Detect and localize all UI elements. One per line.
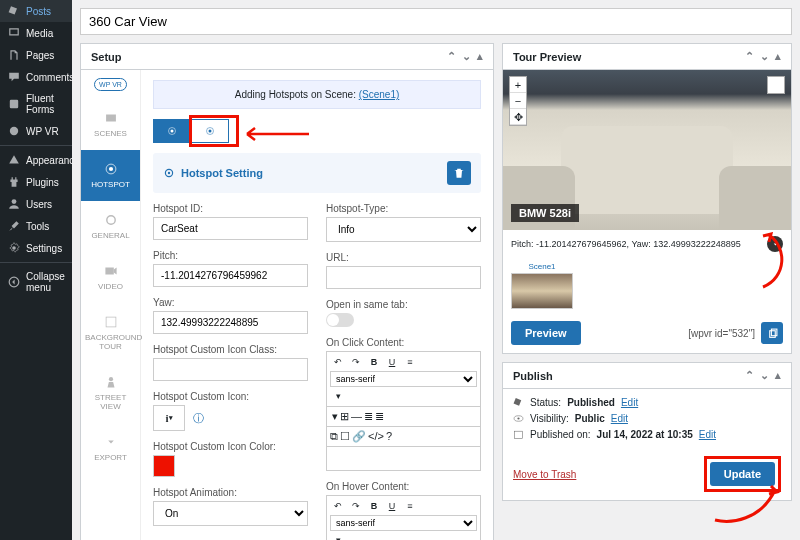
svg-point-21: [517, 417, 519, 419]
hotspot-id-input[interactable]: [153, 217, 308, 240]
setup-panel-title: Setup: [91, 51, 122, 63]
menu-tools[interactable]: Tools: [0, 215, 72, 237]
onclick-label: On Click Content:: [326, 337, 481, 348]
setup-tabs: WP VR Scenes Hotspot General Video Backg…: [81, 70, 141, 540]
animation-select[interactable]: On: [153, 501, 308, 526]
menu-collapse[interactable]: Collapse menu: [0, 266, 72, 298]
published-row: Published on: Jul 14, 2022 at 10:35 Edit: [513, 429, 781, 440]
panel-up-icon[interactable]: ⌃: [745, 50, 754, 63]
sametab-toggle[interactable]: [326, 313, 354, 327]
svg-point-6: [108, 167, 112, 171]
url-label: URL:: [326, 252, 481, 263]
menu-media[interactable]: Media: [0, 22, 72, 44]
edit-date-link[interactable]: Edit: [699, 429, 716, 440]
visibility-row: Visibility: Public Edit: [513, 413, 781, 424]
annotation-arrow-2: [757, 232, 795, 292]
svg-rect-10: [106, 317, 116, 327]
tab-scenes[interactable]: Scenes: [81, 99, 140, 150]
menu-pages[interactable]: Pages: [0, 44, 72, 66]
svg-point-2: [12, 199, 17, 204]
preview-panel: Tour Preview⌃⌄▴ +−✥ BMW 528i Pitch: -11.…: [502, 43, 792, 354]
icon-class-label: Hotspot Custom Icon Class:: [153, 344, 308, 355]
svg-point-8: [106, 216, 114, 224]
menu-users[interactable]: Users: [0, 193, 72, 215]
preview-caption: BMW 528i: [511, 204, 579, 222]
svg-point-3: [12, 246, 16, 250]
tab-export[interactable]: Export: [81, 423, 140, 474]
hotspot-tab-1[interactable]: [153, 119, 191, 143]
status-row: Status: Published Edit: [513, 397, 781, 408]
svg-rect-22: [515, 431, 523, 438]
icon-picker[interactable]: i▾: [153, 405, 185, 431]
menu-settings[interactable]: Settings: [0, 237, 72, 259]
onclick-toolbar[interactable]: ↶↷BU≡sans-serif▾: [326, 351, 481, 407]
copy-shortcode-button[interactable]: [761, 322, 783, 344]
onhover-toolbar[interactable]: ↶↷BU≡sans-serif▾: [326, 495, 481, 540]
pitch-input[interactable]: [153, 264, 308, 287]
type-select[interactable]: Info: [326, 217, 481, 242]
svg-rect-5: [106, 115, 116, 122]
menu-wpvr[interactable]: WP VR: [0, 120, 72, 142]
zoom-controls[interactable]: +−✥: [509, 76, 527, 126]
move-to-trash-link[interactable]: Move to Trash: [513, 469, 576, 480]
sametab-label: Open in same tab:: [326, 299, 481, 310]
setup-panel: Setup ⌃ ⌄ ▴ WP VR Scenes Hotspot General…: [80, 43, 494, 540]
menu-posts[interactable]: Posts: [0, 0, 72, 22]
svg-point-11: [108, 377, 112, 381]
menu-appearance[interactable]: Appearance: [0, 149, 72, 171]
shortcode-text: [wpvr id="532"]: [688, 328, 755, 339]
panel-down-icon[interactable]: ⌄: [462, 50, 471, 63]
edit-status-link[interactable]: Edit: [621, 397, 638, 408]
annotation-arrow-3: [711, 480, 781, 530]
svg-rect-0: [10, 100, 18, 108]
scene-link[interactable]: (Scene1): [359, 89, 400, 100]
tour-preview-viewer[interactable]: +−✥ BMW 528i: [503, 70, 791, 230]
tab-bgtour[interactable]: Background Tour: [81, 303, 140, 363]
scene-banner: Adding Hotspots on Scene: (Scene1): [153, 80, 481, 109]
preview-button[interactable]: Preview: [511, 321, 581, 345]
info-icon[interactable]: ⓘ: [193, 411, 204, 426]
annotation-arrow-1: [239, 127, 309, 141]
tab-general[interactable]: General: [81, 201, 140, 252]
preview-title: Tour Preview: [513, 51, 581, 63]
svg-point-17: [168, 172, 170, 174]
zoom-in-icon: +: [510, 77, 526, 93]
pan-icon: ✥: [510, 109, 526, 125]
tab-street[interactable]: Street View: [81, 363, 140, 423]
post-title-input[interactable]: [80, 8, 792, 35]
onclick-toolbar3[interactable]: ⧉☐🔗</>?: [326, 427, 481, 447]
panel-down-icon[interactable]: ⌄: [760, 369, 769, 382]
svg-rect-18: [769, 330, 775, 337]
fullscreen-button[interactable]: [767, 76, 785, 94]
menu-plugins[interactable]: Plugins: [0, 171, 72, 193]
onclick-toolbar2[interactable]: ▾⊞—≣≣: [326, 407, 481, 427]
type-label: Hotspot-Type:: [326, 203, 481, 214]
tab-hotspot[interactable]: Hotspot: [81, 150, 140, 201]
tab-video[interactable]: Video: [81, 252, 140, 303]
menu-fluentforms[interactable]: Fluent Forms: [0, 88, 72, 120]
edit-visibility-link[interactable]: Edit: [611, 413, 628, 424]
scene-thumbnail[interactable]: Scene1: [511, 262, 573, 309]
onclick-editor[interactable]: [326, 447, 481, 471]
svg-rect-19: [771, 329, 777, 336]
panel-up-icon[interactable]: ⌃: [447, 50, 456, 63]
delete-hotspot-button[interactable]: [447, 161, 471, 185]
panel-down-icon[interactable]: ⌄: [760, 50, 769, 63]
wp-admin-sidebar: Posts Media Pages Comments Fluent Forms …: [0, 0, 72, 540]
svg-point-1: [10, 127, 18, 135]
icon-class-input[interactable]: [153, 358, 308, 381]
panel-toggle-icon[interactable]: ▴: [775, 50, 781, 63]
color-picker[interactable]: [153, 455, 175, 477]
panel-up-icon[interactable]: ⌃: [745, 369, 754, 382]
publish-title: Publish: [513, 370, 553, 382]
pitch-label: Pitch:: [153, 250, 308, 261]
url-input[interactable]: [326, 266, 481, 289]
tab-logo: WP VR: [81, 70, 140, 99]
panel-toggle-icon[interactable]: ▴: [477, 50, 483, 63]
color-label: Hotspot Custom Icon Color:: [153, 441, 308, 452]
yaw-label: Yaw:: [153, 297, 308, 308]
coords-readout: Pitch: -11.201427679645962, Yaw: 132.499…: [511, 239, 741, 249]
menu-comments[interactable]: Comments: [0, 66, 72, 88]
panel-toggle-icon[interactable]: ▴: [775, 369, 781, 382]
yaw-input[interactable]: [153, 311, 308, 334]
